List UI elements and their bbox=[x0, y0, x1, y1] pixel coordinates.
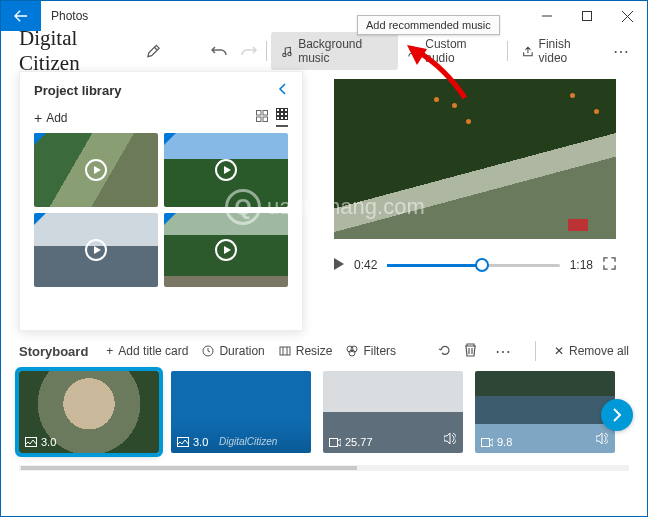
storyboard-clip[interactable]: 9.8 bbox=[475, 371, 615, 453]
storyboard-clip[interactable]: 3.0 bbox=[19, 371, 159, 453]
finish-video-label: Finish video bbox=[539, 37, 597, 65]
image-icon bbox=[25, 437, 37, 447]
storyboard-clip[interactable]: 25.77 bbox=[323, 371, 463, 453]
finish-video-button[interactable]: Finish video bbox=[512, 32, 607, 70]
svg-rect-10 bbox=[257, 117, 262, 122]
custom-audio-label: Custom audio bbox=[425, 37, 493, 65]
filters-icon bbox=[346, 345, 358, 357]
view-grid-button[interactable] bbox=[276, 108, 288, 127]
library-clip[interactable] bbox=[34, 133, 158, 207]
play-icon bbox=[215, 159, 237, 181]
chevron-left-icon bbox=[278, 83, 288, 95]
background-music-label: Background music bbox=[298, 37, 388, 65]
export-icon bbox=[522, 45, 534, 58]
delete-button[interactable] bbox=[464, 343, 477, 360]
svg-rect-9 bbox=[263, 111, 268, 116]
close-icon bbox=[622, 11, 633, 22]
clip-strip[interactable]: 3.0 3.0 DigitalCitizen 25.77 9.8 bbox=[19, 371, 629, 459]
redo-icon bbox=[239, 42, 257, 60]
play-icon bbox=[85, 239, 107, 261]
rotate-button[interactable] bbox=[438, 343, 452, 360]
total-time: 1:18 bbox=[570, 258, 593, 272]
add-title-card-button[interactable]: +Add title card bbox=[106, 344, 188, 358]
resize-button[interactable]: Resize bbox=[279, 344, 333, 358]
image-icon bbox=[177, 437, 189, 447]
fullscreen-button[interactable] bbox=[603, 257, 616, 273]
svg-rect-13 bbox=[281, 109, 284, 112]
person-music-icon bbox=[408, 45, 420, 58]
seek-slider[interactable] bbox=[387, 264, 559, 267]
svg-rect-8 bbox=[257, 111, 262, 116]
divider bbox=[266, 41, 267, 61]
storyboard-title: Storyboard bbox=[19, 344, 88, 359]
next-clips-button[interactable] bbox=[601, 399, 633, 431]
project-toolbar: Digital Citizen Background music Custom … bbox=[1, 31, 647, 71]
undo-button[interactable] bbox=[208, 38, 232, 64]
background-music-button[interactable]: Background music bbox=[271, 32, 398, 70]
svg-rect-15 bbox=[277, 113, 280, 116]
duration-button[interactable]: Duration bbox=[202, 344, 264, 358]
current-time: 0:42 bbox=[354, 258, 377, 272]
maximize-icon bbox=[582, 11, 592, 21]
filters-button[interactable]: Filters bbox=[346, 344, 396, 358]
grid-large-icon bbox=[256, 110, 268, 122]
clock-icon bbox=[202, 345, 214, 357]
app-title: Photos bbox=[41, 9, 98, 23]
maximize-button[interactable] bbox=[567, 1, 607, 31]
play-icon bbox=[215, 239, 237, 261]
svg-rect-12 bbox=[277, 109, 280, 112]
plus-icon: + bbox=[106, 344, 113, 358]
rotate-icon bbox=[438, 343, 452, 357]
minimize-icon bbox=[542, 11, 552, 21]
panel-title: Project library bbox=[34, 83, 121, 98]
svg-point-7 bbox=[416, 51, 418, 53]
storyboard-scrollbar[interactable] bbox=[19, 465, 629, 471]
minimize-button[interactable] bbox=[527, 1, 567, 31]
svg-rect-18 bbox=[277, 117, 280, 120]
clip-title: DigitalCitizen bbox=[219, 436, 277, 447]
svg-rect-17 bbox=[285, 113, 288, 116]
play-triangle-icon bbox=[334, 258, 344, 270]
speaker-icon bbox=[444, 433, 456, 447]
storyboard-more-button[interactable]: ⋯ bbox=[489, 342, 517, 361]
svg-rect-1 bbox=[583, 12, 592, 21]
rename-button[interactable] bbox=[146, 43, 161, 59]
remove-all-button[interactable]: ✕Remove all bbox=[554, 344, 629, 358]
collapse-button[interactable] bbox=[278, 82, 288, 98]
storyboard-clip[interactable]: 3.0 DigitalCitizen bbox=[171, 371, 311, 453]
resize-icon bbox=[279, 345, 291, 357]
video-icon bbox=[481, 438, 493, 447]
trash-icon bbox=[464, 343, 477, 357]
svg-rect-11 bbox=[263, 117, 268, 122]
svg-rect-20 bbox=[285, 117, 288, 120]
more-button[interactable]: ⋯ bbox=[607, 42, 635, 61]
redo-button bbox=[236, 38, 260, 64]
chevron-right-icon bbox=[612, 408, 622, 422]
play-button[interactable] bbox=[334, 258, 344, 272]
divider bbox=[535, 341, 536, 361]
x-icon: ✕ bbox=[554, 344, 564, 358]
close-button[interactable] bbox=[607, 1, 647, 31]
divider bbox=[507, 41, 508, 61]
view-list-button[interactable] bbox=[256, 110, 268, 125]
plus-icon: + bbox=[34, 110, 42, 126]
grid-small-icon bbox=[276, 108, 288, 120]
project-title: Digital Citizen bbox=[19, 26, 136, 76]
fullscreen-icon bbox=[603, 257, 616, 270]
add-button[interactable]: + Add bbox=[34, 110, 68, 126]
arrow-left-icon bbox=[14, 9, 28, 23]
svg-rect-16 bbox=[281, 113, 284, 116]
svg-rect-28 bbox=[330, 438, 338, 446]
watermark-logo: Q bbox=[225, 189, 261, 225]
video-icon bbox=[329, 438, 341, 447]
watermark: Q uantrimang.com bbox=[225, 189, 425, 225]
svg-point-5 bbox=[288, 52, 291, 55]
play-icon bbox=[85, 159, 107, 181]
tooltip: Add recommended music bbox=[357, 15, 500, 35]
music-icon bbox=[281, 45, 293, 58]
speaker-icon bbox=[596, 433, 608, 447]
custom-audio-button[interactable]: Custom audio bbox=[398, 32, 502, 70]
svg-point-6 bbox=[410, 46, 414, 50]
library-clip[interactable] bbox=[34, 213, 158, 287]
add-label: Add bbox=[46, 111, 67, 125]
